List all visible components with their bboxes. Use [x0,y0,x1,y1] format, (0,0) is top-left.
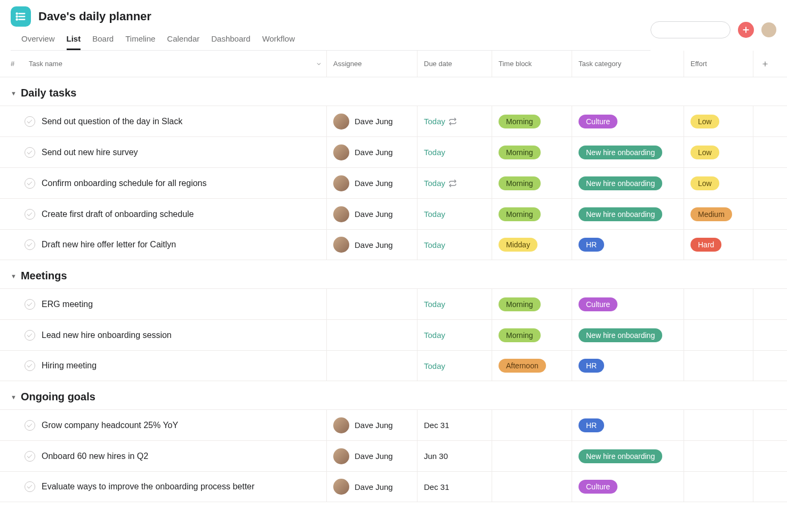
assignee-cell[interactable]: Dave Jung [326,230,417,260]
complete-checkbox[interactable] [25,360,35,371]
effort-cell[interactable] [684,289,753,319]
tab-calendar[interactable]: Calendar [167,34,199,50]
complete-checkbox[interactable] [25,481,35,492]
col-time-block[interactable]: Time block [492,51,572,77]
search-box[interactable] [651,21,730,38]
assignee-cell[interactable] [326,320,417,350]
complete-checkbox[interactable] [25,178,35,189]
time-block-cell[interactable]: Morning [492,137,572,167]
due-date-cell[interactable]: Today [417,137,492,167]
chevron-down-icon[interactable] [316,61,322,67]
section-header[interactable]: ▼Daily tasks [0,77,787,106]
task-row[interactable]: Confirm onboarding schedule for all regi… [0,167,787,198]
complete-checkbox[interactable] [25,420,35,431]
effort-cell[interactable]: Hard [684,230,753,260]
category-cell[interactable]: Culture [572,106,684,136]
time-block-cell[interactable]: Midday [492,230,572,260]
time-block-cell[interactable] [492,472,572,502]
category-cell[interactable]: New hire onboarding [572,137,684,167]
assignee-cell[interactable] [326,351,417,381]
assignee-cell[interactable]: Dave Jung [326,137,417,167]
time-block-cell[interactable]: Morning [492,320,572,350]
tab-overview[interactable]: Overview [21,34,55,50]
task-row[interactable]: Evaluate ways to improve the onboarding … [0,471,787,502]
due-date-cell[interactable]: Today [417,230,492,260]
col-task-name[interactable]: Task name [29,60,326,68]
effort-cell[interactable]: Low [684,106,753,136]
time-block-cell[interactable]: Morning [492,106,572,136]
time-block-cell[interactable]: Morning [492,199,572,229]
category-cell[interactable]: Culture [572,472,684,502]
search-input[interactable] [656,26,746,34]
tab-board[interactable]: Board [92,34,114,50]
add-column-button[interactable] [753,51,776,77]
col-assignee[interactable]: Assignee [326,51,417,77]
task-row[interactable]: Hiring meetingToday AfternoonHR [0,350,787,381]
task-row[interactable]: Create first draft of onboarding schedul… [0,198,787,229]
add-button[interactable] [738,22,754,38]
complete-checkbox[interactable] [25,147,35,158]
task-row[interactable]: Draft new hire offer letter for CaitlynD… [0,229,787,260]
time-block-cell[interactable] [492,410,572,440]
category-cell[interactable]: New hire onboarding [572,320,684,350]
user-avatar[interactable] [761,22,776,37]
time-block-cell[interactable]: Afternoon [492,351,572,381]
section-header[interactable]: ▼Meetings [0,260,787,288]
category-cell[interactable]: HR [572,410,684,440]
tab-dashboard[interactable]: Dashboard [211,34,250,50]
due-date-cell[interactable]: Today [417,289,492,319]
category-cell[interactable]: HR [572,351,684,381]
time-block-cell[interactable]: Morning [492,168,572,198]
tab-list[interactable]: List [67,34,81,50]
task-row[interactable]: ERG meetingToday MorningCulture [0,288,787,319]
due-date-cell[interactable]: Today [417,168,492,198]
task-row[interactable]: Lead new hire onboarding sessionToday Mo… [0,319,787,350]
due-date-cell[interactable]: Dec 31 [417,410,492,440]
category-cell[interactable]: Culture [572,289,684,319]
due-date-cell[interactable]: Today [417,320,492,350]
time-block-cell[interactable] [492,441,572,471]
complete-checkbox[interactable] [25,451,35,462]
col-effort[interactable]: Effort [684,51,753,77]
col-due-date[interactable]: Due date [417,51,492,77]
time-block-cell[interactable]: Morning [492,289,572,319]
task-row[interactable]: Grow company headcount 25% YoYDave JungD… [0,409,787,440]
due-date-cell[interactable]: Dec 31 [417,472,492,502]
category-cell[interactable]: New hire onboarding [572,441,684,471]
complete-checkbox[interactable] [25,299,35,310]
col-number[interactable]: # [11,60,29,68]
assignee-cell[interactable]: Dave Jung [326,472,417,502]
due-date-cell[interactable]: Today [417,351,492,381]
col-task-category[interactable]: Task category [572,51,684,77]
tab-timeline[interactable]: Timeline [125,34,155,50]
complete-checkbox[interactable] [25,209,35,220]
assignee-cell[interactable]: Dave Jung [326,199,417,229]
due-date-cell[interactable]: Today [417,106,492,136]
complete-checkbox[interactable] [25,116,35,127]
task-row[interactable]: Send out question of the day in SlackDav… [0,106,787,136]
assignee-cell[interactable]: Dave Jung [326,410,417,440]
category-cell[interactable]: HR [572,230,684,260]
effort-cell[interactable] [684,351,753,381]
due-date-cell[interactable]: Today [417,199,492,229]
section-header[interactable]: ▼Ongoing goals [0,381,787,409]
effort-cell[interactable] [684,441,753,471]
effort-cell[interactable] [684,472,753,502]
assignee-cell[interactable] [326,289,417,319]
effort-cell[interactable] [684,410,753,440]
complete-checkbox[interactable] [25,239,35,250]
assignee-cell[interactable]: Dave Jung [326,168,417,198]
effort-cell[interactable]: Medium [684,199,753,229]
effort-cell[interactable] [684,320,753,350]
task-row[interactable]: Onboard 60 new hires in Q2Dave JungJun 3… [0,440,787,471]
project-icon[interactable] [11,6,31,27]
complete-checkbox[interactable] [25,330,35,341]
task-row[interactable]: Send out new hire surveyDave JungToday M… [0,136,787,167]
effort-cell[interactable]: Low [684,137,753,167]
category-cell[interactable]: New hire onboarding [572,168,684,198]
category-cell[interactable]: New hire onboarding [572,199,684,229]
assignee-cell[interactable]: Dave Jung [326,441,417,471]
tab-workflow[interactable]: Workflow [262,34,295,50]
assignee-cell[interactable]: Dave Jung [326,106,417,136]
due-date-cell[interactable]: Jun 30 [417,441,492,471]
